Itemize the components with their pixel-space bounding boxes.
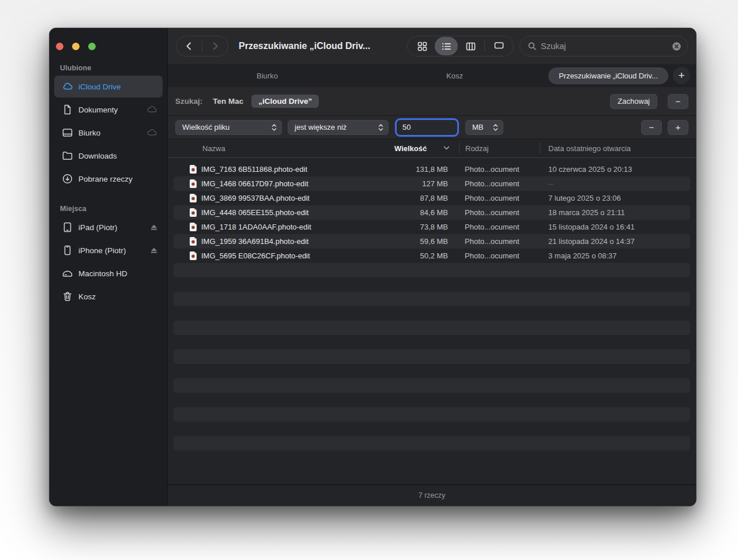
table-row[interactable]: IMG_1718 1ADA0AAF.photo-edit 73,8 MB Pho… — [174, 220, 690, 234]
sidebar-item-downloaded-items[interactable]: Pobrane rzeczy — [54, 168, 163, 190]
photo-edit-file-icon — [189, 251, 197, 261]
file-size: 73,8 MB — [420, 220, 448, 234]
tab-biurko[interactable]: Biurko — [174, 72, 361, 80]
iphone-icon — [62, 245, 73, 256]
file-name: IMG_7163 6B511868.photo-edit — [201, 162, 307, 176]
icon-view-button[interactable] — [411, 37, 434, 55]
cloud-status-icon — [146, 106, 158, 114]
filter-value-input[interactable] — [397, 120, 457, 135]
sidebar-item-trash[interactable]: Kosz — [54, 285, 163, 307]
close-window-button[interactable] — [56, 43, 63, 50]
filter-unit-value: MB — [472, 123, 484, 131]
sidebar-item-iphone[interactable]: iPhone (Piotr) — [54, 239, 163, 261]
file-size: 131,8 MB — [416, 162, 448, 176]
sidebar-item-downloads[interactable]: Downloads — [54, 145, 163, 167]
gallery-view-button[interactable] — [487, 37, 510, 55]
clear-search-icon[interactable] — [672, 42, 681, 51]
table-row[interactable]: IMG_3869 99537BAA.photo-edit 87,8 MB Pho… — [174, 191, 690, 205]
remove-filter-button[interactable]: − — [641, 120, 662, 135]
sidebar-item-label: Pobrane rzeczy — [78, 175, 158, 183]
sidebar-item-macintosh-hd[interactable]: Macintosh HD — [54, 262, 163, 284]
column-header-size[interactable]: Wielkość — [394, 139, 427, 157]
desktop-icon — [62, 127, 73, 138]
tab-bar: Biurko Kosz Przeszukiwanie „iCloud Driv.… — [168, 64, 696, 87]
window-title: Przeszukiwanie „iCloud Driv... — [239, 41, 370, 51]
empty-row — [174, 349, 690, 364]
eject-icon[interactable] — [150, 246, 158, 254]
file-kind: Photo...ocument — [465, 220, 519, 234]
table-row[interactable]: IMG_7163 6B511868.photo-edit 131,8 MB Ph… — [174, 162, 690, 176]
table-row[interactable]: IMG_1959 36A691B4.photo-edit 59,6 MB Pho… — [174, 234, 690, 249]
column-header-kind[interactable]: Rodzaj — [465, 139, 488, 157]
sidebar-item-desktop[interactable]: Biurko — [54, 122, 163, 144]
chevron-updown-icon — [492, 123, 499, 131]
search-icon — [528, 42, 537, 51]
filter-operator-dropdown[interactable]: jest większe niż — [288, 120, 389, 135]
remove-criteria-row-button[interactable]: − — [668, 94, 688, 109]
grid-view-icon — [417, 41, 428, 52]
sidebar-item-documents[interactable]: Dokumenty — [54, 99, 163, 121]
empty-row — [174, 364, 690, 378]
tab-kosz[interactable]: Kosz — [361, 72, 548, 80]
sidebar-item-label: Macintosh HD — [78, 269, 158, 278]
file-name: IMG_3869 99537BAA.photo-edit — [201, 191, 310, 205]
table-row[interactable]: IMG_5695 E08C26CF.photo-edit 50,2 MB Pho… — [174, 249, 690, 263]
back-button[interactable] — [176, 36, 202, 56]
sidebar-item-label: Kosz — [78, 292, 158, 301]
search-input[interactable] — [541, 42, 668, 51]
traffic-lights — [54, 35, 163, 56]
eject-icon[interactable] — [150, 223, 158, 231]
sidebar-item-label: Dokumenty — [78, 106, 141, 114]
column-view-button[interactable] — [459, 37, 482, 55]
sidebar-item-icloud-drive[interactable]: iCloud Drive — [54, 76, 163, 97]
file-name: IMG_4448 065EE155.photo-edit — [201, 205, 308, 220]
file-name: IMG_1959 36A691B4.photo-edit — [201, 234, 308, 249]
item-count: 7 rzeczy — [419, 491, 446, 499]
forward-button[interactable] — [202, 36, 228, 56]
filter-unit-dropdown[interactable]: MB — [465, 120, 503, 135]
add-filter-button[interactable]: + — [668, 120, 688, 135]
zoom-window-button[interactable] — [88, 43, 96, 50]
sidebar-item-label: iCloud Drive — [78, 82, 158, 91]
table-row[interactable]: IMG_1468 06617D97.photo-edit 127 MB Phot… — [174, 176, 690, 191]
scope-option-icloud-drive[interactable]: „iCloud Drive” — [251, 95, 319, 108]
list-view-button[interactable] — [435, 37, 458, 55]
file-name: IMG_5695 E08C26CF.photo-edit — [201, 249, 310, 263]
file-list: IMG_7163 6B511868.photo-edit 131,8 MB Ph… — [168, 158, 696, 484]
scope-option-this-mac[interactable]: Ten Mac — [213, 97, 243, 106]
minimize-window-button[interactable] — [72, 43, 80, 50]
chevron-updown-icon — [271, 123, 277, 131]
column-header-name[interactable]: Nazwa — [202, 139, 225, 157]
new-tab-button[interactable]: + — [673, 67, 690, 84]
file-date: 21 listopada 2024 o 14:37 — [548, 234, 635, 249]
sidebar-item-label: Downloads — [78, 152, 158, 160]
table-header: Nazwa Wielkość Rodzaj Data ostatniego ot… — [168, 139, 696, 158]
file-name: IMG_1718 1ADA0AAF.photo-edit — [201, 220, 311, 234]
download-circle-icon — [62, 173, 73, 185]
file-kind: Photo...ocument — [465, 249, 519, 263]
column-header-date[interactable]: Data ostatniego otwarcia — [548, 139, 631, 157]
file-date: 18 marca 2025 o 21:11 — [548, 205, 625, 220]
file-kind: Photo...ocument — [465, 191, 519, 205]
chevron-updown-icon — [378, 123, 384, 131]
file-size: 127 MB — [422, 176, 448, 191]
filter-attribute-dropdown[interactable]: Wielkość pliku — [175, 120, 282, 135]
empty-row — [174, 335, 690, 349]
sidebar: Ulubione iCloud Drive Dokumenty Biurko — [50, 28, 168, 506]
sidebar-section-locations: Miejsca — [54, 191, 163, 216]
chevron-left-icon — [184, 41, 194, 51]
tab-search-icloud[interactable]: Przeszukiwanie „iCloud Driv... — [548, 67, 668, 84]
table-row[interactable]: IMG_4448 065EE155.photo-edit 84,6 MB Pho… — [174, 205, 690, 220]
photo-edit-file-icon — [189, 236, 197, 246]
sidebar-item-ipad[interactable]: iPad (Piotr) — [54, 216, 163, 238]
sidebar-item-label: iPad (Piotr) — [78, 223, 145, 232]
column-view-icon — [465, 41, 476, 52]
trash-icon — [62, 291, 73, 302]
save-search-button[interactable]: Zachowaj — [610, 94, 657, 109]
search-field[interactable] — [519, 36, 688, 57]
empty-row — [174, 263, 690, 277]
file-date: -- — [548, 176, 554, 191]
file-name: IMG_1468 06617D97.photo-edit — [201, 176, 308, 191]
document-icon — [62, 104, 73, 115]
search-scope-bar: Szukaj: Ten Mac „iCloud Drive” Zachowaj … — [168, 87, 696, 116]
